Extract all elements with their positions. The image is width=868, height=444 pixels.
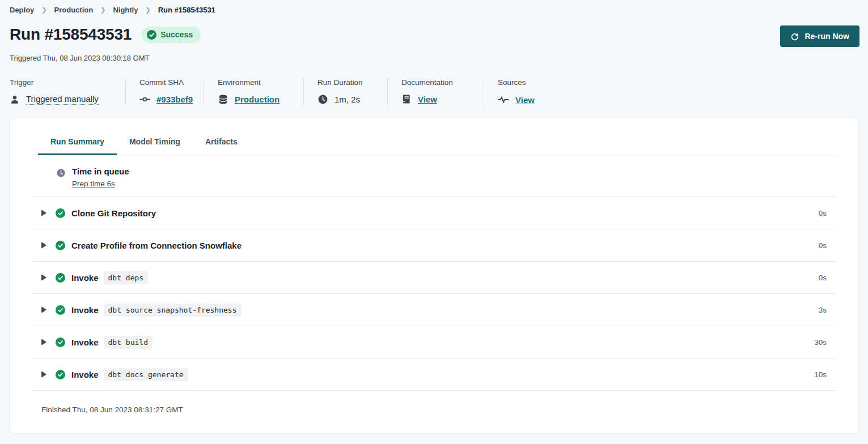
run-duration-value: 1m, 2s: [335, 95, 360, 104]
step-row: Invoke dbt source snapshot-freshness 3s: [32, 293, 836, 326]
meta-documentation-label: Documentation: [401, 78, 470, 87]
book-icon: [401, 94, 412, 104]
person-icon: [10, 95, 20, 105]
meta-environment: Environment Production: [218, 78, 304, 105]
step-name: Invoke: [71, 273, 99, 283]
expand-step-icon[interactable]: [41, 371, 46, 378]
meta-sources-label: Sources: [498, 78, 535, 87]
trigger-value: Triggered manually: [26, 94, 99, 105]
step-row: Invoke dbt docs generate 10s: [32, 358, 836, 390]
expand-step-icon[interactable]: [41, 210, 46, 216]
step-duration: 0s: [819, 209, 827, 217]
breadcrumb-chevron-icon: ❯: [41, 6, 46, 14]
step-success-check-icon: [56, 208, 65, 218]
time-in-queue-row: Time in queue Prep time 6s: [32, 155, 836, 197]
step-success-check-icon: [56, 338, 65, 347]
pulse-icon: [498, 94, 509, 105]
prep-time-link[interactable]: Prep time 6s: [72, 180, 115, 188]
rerun-now-button[interactable]: Re-run Now: [780, 25, 859, 47]
meta-environment-label: Environment: [218, 78, 290, 87]
commit-icon: [139, 94, 150, 105]
breadcrumb-item[interactable]: Deploy: [10, 6, 34, 14]
meta-commit-sha: Commit SHA #933bef9: [139, 78, 204, 105]
step-command: dbt deps: [104, 271, 149, 284]
step-name: Invoke: [71, 338, 99, 347]
meta-sources: Sources View: [498, 78, 548, 105]
step-row: Invoke dbt deps 0s: [32, 261, 836, 293]
run-metadata-row: Trigger Triggered manually Commit SHA #9…: [10, 78, 859, 105]
documentation-view-link[interactable]: View: [418, 95, 437, 104]
environment-link[interactable]: Production: [235, 95, 280, 104]
tab-bar: Run SummaryModel TimingArtifacts: [32, 118, 836, 155]
page-title: Run #158543531: [10, 25, 132, 44]
step-row: Invoke dbt build 30s: [32, 326, 836, 358]
expand-step-icon[interactable]: [41, 274, 46, 281]
meta-trigger-label: Trigger: [10, 78, 112, 87]
breadcrumb-item: Run #158543531: [158, 6, 215, 14]
run-summary-card: Run SummaryModel TimingArtifacts Time in…: [9, 118, 859, 434]
breadcrumb-chevron-icon: ❯: [100, 6, 105, 14]
meta-documentation: Documentation View: [401, 78, 484, 105]
step-duration: 30s: [814, 338, 827, 347]
step-duration: 0s: [819, 274, 827, 282]
step-success-check-icon: [56, 305, 65, 315]
breadcrumb: Deploy❯Production❯Nightly❯Run #158543531: [10, 6, 859, 14]
page-header: Deploy❯Production❯Nightly❯Run #158543531…: [0, 0, 868, 105]
database-icon: [218, 94, 228, 105]
status-badge: Success: [142, 27, 201, 43]
triggered-timestamp: Triggered Thu, 08 Jun 2023 08:30:18 GMT: [10, 54, 859, 62]
meta-duration-label: Run Duration: [317, 78, 374, 87]
status-badge-label: Success: [160, 30, 193, 39]
meta-commit-label: Commit SHA: [139, 78, 190, 87]
meta-trigger: Trigger Triggered manually: [10, 78, 126, 105]
step-success-check-icon: [56, 273, 65, 283]
step-command: dbt build: [104, 336, 153, 349]
success-check-icon: [147, 30, 156, 40]
sources-view-link[interactable]: View: [515, 95, 535, 105]
step-name: Invoke: [71, 370, 99, 379]
tab-run-summary[interactable]: Run Summary: [38, 132, 117, 155]
breadcrumb-item[interactable]: Production: [54, 6, 94, 14]
step-name: Create Profile from Connection Snowflake: [71, 241, 242, 250]
step-row: Clone Git Repository 0s: [32, 197, 836, 229]
commit-sha-link[interactable]: #933bef9: [156, 95, 193, 104]
finished-timestamp: Finished Thu, 08 Jun 2023 08:31:27 GMT: [32, 390, 836, 414]
breadcrumb-chevron-icon: ❯: [145, 6, 150, 14]
steps-container: Clone Git Repository 0s Create Profile f…: [32, 197, 836, 390]
run-steps-list: Time in queue Prep time 6s Clone Git Rep…: [32, 155, 836, 414]
queue-clock-icon: [56, 168, 66, 180]
step-duration: 0s: [819, 241, 827, 250]
meta-run-duration: Run Duration 1m, 2s: [317, 78, 388, 105]
step-name: Invoke: [71, 305, 99, 315]
clock-icon: [317, 94, 328, 105]
step-name: Clone Git Repository: [71, 208, 156, 218]
step-success-check-icon: [56, 241, 65, 250]
expand-step-icon[interactable]: [41, 242, 46, 249]
rerun-now-label: Re-run Now: [805, 32, 849, 41]
step-duration: 10s: [814, 370, 827, 379]
step-command: dbt source snapshot-freshness: [104, 304, 242, 317]
breadcrumb-item[interactable]: Nightly: [113, 6, 138, 14]
tab-model-timing[interactable]: Model Timing: [117, 132, 193, 155]
expand-step-icon[interactable]: [41, 339, 46, 345]
expand-step-icon[interactable]: [41, 306, 46, 313]
title-row: Run #158543531 Success Re-run Now: [10, 25, 859, 47]
step-command: dbt docs generate: [104, 368, 188, 381]
refresh-icon: [790, 32, 799, 41]
step-success-check-icon: [56, 370, 65, 379]
step-duration: 3s: [819, 306, 827, 314]
queue-title: Time in queue: [72, 166, 129, 176]
tab-artifacts[interactable]: Artifacts: [193, 132, 250, 155]
step-row: Create Profile from Connection Snowflake…: [32, 229, 836, 261]
